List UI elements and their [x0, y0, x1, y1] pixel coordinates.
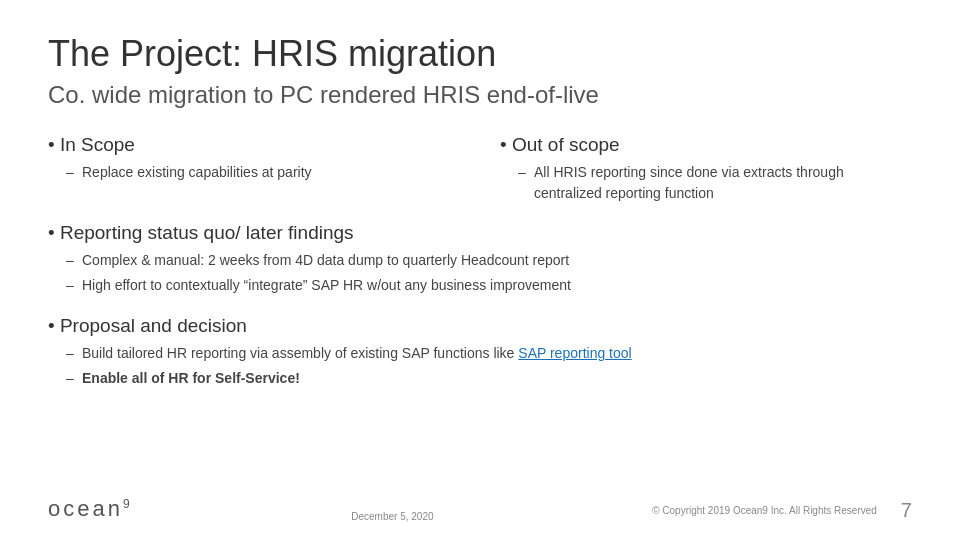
col-left: • In Scope – Replace existing capabiliti…	[48, 134, 480, 204]
proposal-item-2: – Enable all of HR for Self-Service!	[66, 368, 912, 389]
in-scope-item-1: – Replace existing capabilities at parit…	[66, 162, 460, 183]
two-column-section: • In Scope – Replace existing capabiliti…	[48, 134, 912, 204]
dash-icon: –	[66, 275, 76, 296]
page-number: 7	[901, 499, 912, 522]
dash-icon: –	[518, 162, 528, 204]
col-right: • Out of scope – All HRIS reporting sinc…	[480, 134, 912, 204]
reporting-header: • Reporting status quo/ later findings	[48, 222, 912, 244]
footer: ocean9 December 5, 2020 © Copyright 2019…	[48, 496, 912, 522]
dash-icon: –	[66, 162, 76, 183]
in-scope-label: • In Scope	[48, 134, 135, 156]
out-of-scope-header: • Out of scope	[500, 134, 912, 156]
slide-title: The Project: HRIS migration	[48, 32, 912, 75]
proposal-header: • Proposal and decision	[48, 315, 912, 337]
sap-reporting-link[interactable]: SAP reporting tool	[518, 345, 631, 361]
slide: The Project: HRIS migration Co. wide mig…	[0, 0, 960, 540]
dash-icon: –	[66, 250, 76, 271]
out-of-scope-label: • Out of scope	[500, 134, 620, 156]
footer-date: December 5, 2020	[351, 511, 433, 522]
reporting-item-2: – High effort to contextually “integrate…	[66, 275, 912, 296]
slide-subtitle: Co. wide migration to PC rendered HRIS e…	[48, 79, 912, 110]
logo: ocean9	[48, 496, 133, 522]
footer-copyright: © Copyright 2019 Ocean9 Inc. All Rights …	[652, 505, 877, 516]
reporting-section: • Reporting status quo/ later findings –…	[48, 222, 912, 299]
dash-icon: –	[66, 343, 76, 364]
dash-icon: –	[66, 368, 76, 389]
reporting-item-1: – Complex & manual: 2 weeks from 4D data…	[66, 250, 912, 271]
out-of-scope-item-1: – All HRIS reporting since done via extr…	[518, 162, 912, 204]
in-scope-header: • In Scope	[48, 134, 460, 156]
proposal-item-1: – Build tailored HR reporting via assemb…	[66, 343, 912, 364]
proposal-section: • Proposal and decision – Build tailored…	[48, 315, 912, 392]
